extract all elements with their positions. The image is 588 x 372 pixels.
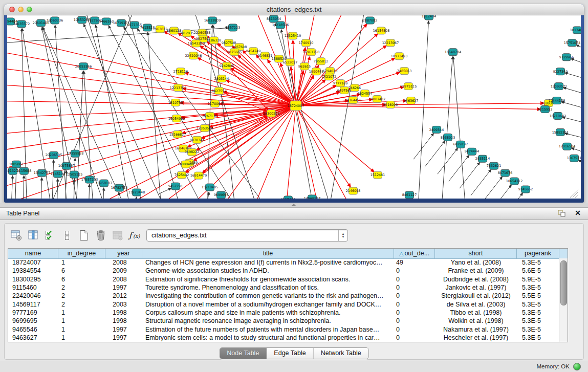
tab-node-table[interactable]: Node Table <box>220 348 267 359</box>
table-row[interactable]: 911546021997Tourette syndrome. Phenomeno… <box>8 283 559 292</box>
graph-node[interactable]: 2409344 <box>429 126 444 133</box>
combo-stepper-icon[interactable]: ▲▼ <box>338 230 347 241</box>
function-builder-button[interactable]: ƒ(x) <box>127 229 142 244</box>
graph-node[interactable]: 2887082 <box>363 17 377 24</box>
delete-table-button[interactable] <box>93 229 108 244</box>
graph-node[interactable]: 7625402 <box>175 171 189 179</box>
table-row[interactable]: 1456911722003Disruption of a novel membe… <box>8 300 559 308</box>
split-divider[interactable] <box>0 203 588 207</box>
graph-node[interactable]: 2935114 <box>475 155 490 162</box>
graph-node[interactable]: 9329966 <box>559 54 574 61</box>
graph-node[interactable]: 1810755 <box>168 99 183 106</box>
tab-edge-table[interactable]: Edge Table <box>267 348 313 359</box>
graph-node[interactable]: 1885061 <box>9 161 24 168</box>
graph-node[interactable]: 13342757 <box>34 169 50 177</box>
column-header-title[interactable]: title <box>142 249 394 258</box>
table-scrollbar[interactable] <box>559 258 568 342</box>
graph-node[interactable]: 1170064 <box>208 100 222 107</box>
graph-node[interactable]: 9227349 <box>553 68 568 75</box>
graph-node[interactable]: 15892351 <box>552 128 569 136</box>
graph-node[interactable]: 16210643 <box>550 112 566 119</box>
table-row[interactable]: 1938455462009Genome-wide association stu… <box>8 267 559 275</box>
column-header-out_de[interactable]: △out_de... <box>394 249 435 258</box>
graph-node[interactable]: 18724007 <box>288 101 304 111</box>
column-header-year[interactable]: year <box>105 249 142 258</box>
window-titlebar[interactable]: citations_edges.txt <box>4 4 584 15</box>
column-header-short[interactable]: short <box>435 249 517 258</box>
graph-node[interactable]: 12213967 <box>382 39 399 47</box>
table-scrollbar-thumb[interactable] <box>560 260 567 305</box>
table-row[interactable]: 1872400712008Changes of HCN gene express… <box>8 258 559 267</box>
column-header-in_degree[interactable]: in_degree <box>58 249 105 258</box>
graph-node[interactable]: 962615 <box>298 63 311 70</box>
table-row[interactable]: 946554611997Estimation of the future num… <box>8 325 559 333</box>
graph-node[interactable]: 1367531 <box>567 155 581 162</box>
graph-node[interactable]: 16154808 <box>373 27 389 34</box>
graph-node[interactable]: 10654112 <box>506 178 522 185</box>
graph-node[interactable]: 12093572 <box>551 83 567 90</box>
graph-node[interactable]: 16033809 <box>204 17 221 24</box>
split-handle-icon[interactable] <box>291 204 296 206</box>
graph-node[interactable]: 17359928 <box>67 150 83 157</box>
graph-node[interactable]: 7857223 <box>226 24 240 31</box>
graph-node[interactable]: 16782753 <box>111 184 127 191</box>
graph-node[interactable]: 12975115 <box>400 83 417 90</box>
graph-node[interactable]: 9245652 <box>518 186 533 193</box>
graph-node[interactable]: 8938923 <box>441 134 455 141</box>
new-table-button[interactable] <box>76 229 92 244</box>
graph-node[interactable]: 16648784 <box>445 49 461 56</box>
graph-node[interactable]: 10958107 <box>96 180 112 187</box>
select-columns-button[interactable] <box>42 229 58 244</box>
graph-node[interactable]: 2718126 <box>173 68 188 75</box>
network-canvas[interactable]: 1872400779638228860128891293522260538982… <box>7 15 581 199</box>
graph-node[interactable]: 12353594 <box>197 124 213 132</box>
graph-node[interactable]: 14569117 <box>304 195 320 199</box>
graph-node[interactable]: 8461127 <box>402 191 417 199</box>
graph-node[interactable]: 3624554 <box>358 90 372 97</box>
graph-node[interactable]: 7955812 <box>314 58 328 65</box>
row-options-button[interactable] <box>59 229 75 244</box>
graph-node[interactable]: 16961758 <box>303 49 319 56</box>
graph-node[interactable]: 15718485 <box>202 184 218 191</box>
table-settings-button[interactable] <box>9 229 24 244</box>
graph-node[interactable]: 9474444 <box>465 148 479 155</box>
graph-node[interactable]: 1812404 <box>422 15 436 20</box>
graph-node[interactable]: 7963822 <box>153 26 167 33</box>
network-view[interactable]: 1872400779638228860128891293522260538982… <box>7 15 581 199</box>
graph-node[interactable]: 9463627 <box>404 97 418 104</box>
resize-grip-icon[interactable] <box>575 194 578 198</box>
close-panel-icon[interactable]: ✕ <box>575 209 581 217</box>
graph-node[interactable]: 17016504 <box>559 143 575 150</box>
table-row[interactable]: 977716911998Corpus callosum shape and si… <box>8 309 559 317</box>
graph-node[interactable]: 10975887 <box>58 162 75 169</box>
graph-node[interactable]: 8471676 <box>498 169 512 177</box>
graph-node[interactable]: 2146098 <box>346 187 360 194</box>
graph-node[interactable]: 7632621 <box>487 162 501 169</box>
graph-node[interactable]: 20053346 <box>75 63 92 70</box>
graph-node[interactable]: 11923448 <box>128 189 145 196</box>
graph-node[interactable]: 20206505 <box>46 151 62 159</box>
float-panel-icon[interactable] <box>557 209 567 220</box>
table-row[interactable]: 969969511998Structural magnetic resonanc… <box>8 317 559 325</box>
graph-node[interactable]: 1740910 <box>299 39 313 47</box>
graph-node[interactable]: 9699695 <box>214 191 228 199</box>
table-row[interactable]: 946362711997Embryonic stem cells: a mode… <box>8 334 559 342</box>
table-row[interactable]: 1830029562008Estimation of significance … <box>8 275 559 283</box>
graph-node[interactable]: 1817406 <box>570 27 581 34</box>
graph-node[interactable]: 746266 <box>349 84 361 92</box>
resize-grip-icon[interactable] <box>573 192 578 198</box>
graph-node[interactable]: 7485063 <box>397 68 411 75</box>
column-header-name[interactable]: name <box>8 249 58 258</box>
column-header-pagerank[interactable]: pagerank <box>517 249 559 258</box>
graph-node[interactable]: 1115688 <box>17 167 31 174</box>
graph-node[interactable]: 12505115 <box>66 171 82 178</box>
graph-node[interactable]: 6879197 <box>453 141 468 148</box>
memory-indicator-icon[interactable] <box>573 363 581 370</box>
graph-node[interactable]: 9115460 <box>281 196 295 199</box>
graph-node[interactable]: 1990448 <box>309 68 323 75</box>
tab-network-table[interactable]: Network Table <box>314 348 368 359</box>
table-selector-combo[interactable]: citations_edges.txt ▲▼ <box>146 229 348 242</box>
table-row[interactable]: 2242004622012Investigating the contribut… <box>8 292 559 300</box>
graph-node[interactable]: 1512481 <box>371 171 385 179</box>
column-chooser-button[interactable] <box>26 229 41 244</box>
